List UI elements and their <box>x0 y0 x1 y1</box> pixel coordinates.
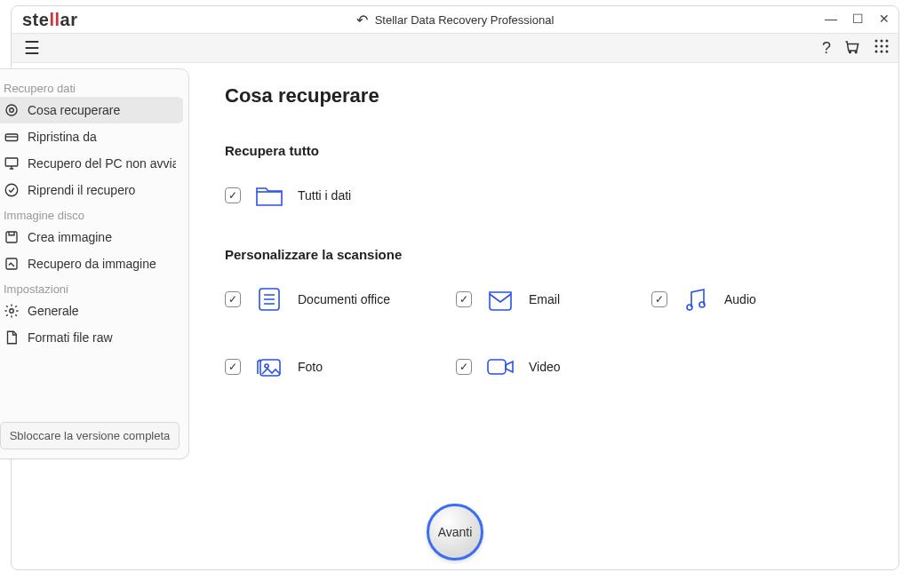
minimize-button[interactable]: — <box>824 12 838 26</box>
file-icon <box>4 330 20 346</box>
sidebar-item-raw-formats[interactable]: Formati file raw <box>0 324 183 351</box>
menu-icon[interactable]: ☰ <box>20 36 44 60</box>
svg-point-12 <box>10 108 14 113</box>
sidebar-section-disk-image: Immagine disco <box>0 203 183 224</box>
svg-rect-13 <box>5 134 18 141</box>
maximize-button[interactable]: ☐ <box>850 12 865 26</box>
sidebar-section-recovery: Recupero dati <box>0 76 183 97</box>
app-title: Stellar Data Recovery Professional <box>375 13 555 27</box>
sidebar-item-recover-from-image[interactable]: Recupero da immagine <box>0 250 183 277</box>
sidebar-item-label: Recupero del PC non avviato <box>28 156 176 171</box>
next-button[interactable]: Avanti <box>427 504 483 560</box>
sidebar-item-create-image[interactable]: Crea immagine <box>0 224 183 250</box>
logo-pre: ste <box>22 10 49 29</box>
sidebar-item-label: Cosa recuperare <box>28 103 120 117</box>
svg-point-11 <box>6 105 17 115</box>
sidebar-item-label: Riprendi il recupero <box>28 183 135 197</box>
apps-icon[interactable] <box>874 38 890 59</box>
svg-point-1 <box>855 51 857 52</box>
toolbar: ☰ ? <box>12 33 898 63</box>
option-label: Video <box>529 360 561 374</box>
checkbox-audio[interactable] <box>651 291 667 307</box>
sidebar: Recupero dati Cosa recuperare Ripristina… <box>0 68 189 459</box>
option-all-data[interactable]: Tutti i dati <box>225 179 403 211</box>
svg-point-0 <box>850 51 851 52</box>
customize-title: Personalizzare la scansione <box>225 247 872 262</box>
recover-all-title: Recupera tutto <box>225 143 872 158</box>
gear-icon <box>4 303 20 319</box>
sidebar-item-label: Ripristina da <box>28 130 97 144</box>
monitor-icon <box>4 155 20 171</box>
checkbox-office[interactable] <box>225 291 241 307</box>
svg-point-4 <box>886 39 889 42</box>
envelope-icon <box>484 283 516 315</box>
resume-icon <box>4 182 20 198</box>
checkbox-all-data[interactable] <box>225 187 241 203</box>
sidebar-item-resume-recovery[interactable]: Riprendi il recupero <box>0 177 183 203</box>
drive-icon <box>4 129 20 145</box>
option-label: Email <box>529 292 560 306</box>
option-email[interactable]: Email <box>456 283 598 315</box>
checkbox-photo[interactable] <box>225 359 241 375</box>
next-button-label: Avanti <box>438 525 473 539</box>
sidebar-item-label: Recupero da immagine <box>28 257 156 271</box>
logo: stellar <box>22 10 77 30</box>
option-video[interactable]: Video <box>456 351 598 383</box>
option-label: Audio <box>724 292 756 306</box>
svg-point-8 <box>875 50 878 52</box>
sidebar-section-settings: Impostazioni <box>0 277 183 298</box>
svg-point-7 <box>886 44 889 47</box>
checkbox-video[interactable] <box>456 359 472 375</box>
option-audio[interactable]: Audio <box>651 283 776 315</box>
svg-point-5 <box>875 44 878 47</box>
page-title: Cosa recuperare <box>225 84 872 107</box>
logo-mid: ll <box>49 10 60 29</box>
music-icon <box>680 283 712 315</box>
image-recover-icon <box>4 256 20 272</box>
video-icon <box>484 351 516 383</box>
option-label: Documenti office <box>298 292 390 306</box>
svg-rect-24 <box>488 360 506 374</box>
svg-rect-14 <box>5 158 18 166</box>
svg-point-2 <box>875 39 878 42</box>
option-photo[interactable]: Foto <box>225 351 403 383</box>
sidebar-item-label: Crea immagine <box>28 230 112 244</box>
document-icon <box>253 283 285 315</box>
option-label: Foto <box>298 360 323 374</box>
logo-post: ar <box>60 10 78 29</box>
photo-icon <box>253 351 285 383</box>
unlock-full-version-button[interactable]: Sbloccare la versione completa <box>0 422 180 449</box>
checkbox-email[interactable] <box>456 291 472 307</box>
save-icon <box>4 229 20 245</box>
sidebar-item-label: Generale <box>28 304 79 318</box>
svg-point-6 <box>881 44 883 47</box>
sidebar-item-label: Formati file raw <box>28 330 113 345</box>
close-button[interactable]: ✕ <box>877 12 891 26</box>
svg-point-10 <box>886 50 889 52</box>
svg-point-23 <box>265 364 268 368</box>
sidebar-item-general[interactable]: Generale <box>0 298 183 324</box>
help-icon[interactable]: ? <box>822 39 831 58</box>
svg-point-9 <box>881 50 883 52</box>
folder-icon <box>253 179 285 211</box>
target-icon <box>4 102 20 118</box>
sidebar-item-crashed-pc[interactable]: Recupero del PC non avviato <box>0 150 183 177</box>
sidebar-item-what-to-recover[interactable]: Cosa recuperare <box>0 97 183 123</box>
svg-point-15 <box>5 184 18 196</box>
svg-rect-16 <box>6 232 17 242</box>
back-icon[interactable]: ↶ <box>356 12 368 28</box>
svg-point-18 <box>10 309 14 314</box>
svg-point-3 <box>881 39 883 42</box>
cart-icon[interactable] <box>843 37 861 60</box>
titlebar: stellar ↶ Stellar Data Recovery Professi… <box>12 6 898 33</box>
option-label: Tutti i dati <box>298 188 351 203</box>
sidebar-item-restore-from[interactable]: Ripristina da <box>0 123 183 150</box>
option-office[interactable]: Documenti office <box>225 283 403 315</box>
